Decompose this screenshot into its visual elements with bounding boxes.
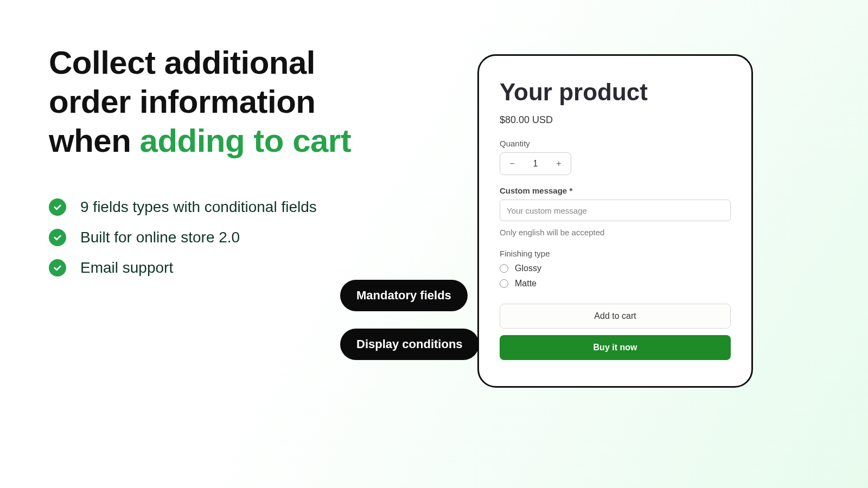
product-card: Your product $80.00 USD Quantity − 1 + C… [477,54,753,388]
headline: Collect additional order information whe… [49,43,396,160]
check-icon [49,229,66,246]
mandatory-fields-pill: Mandatory fields [340,280,468,311]
feature-text: Email support [80,259,173,277]
feature-list: 9 fields types with conditional fields B… [49,198,396,277]
headline-line3-prefix: when [49,123,140,159]
buy-now-button[interactable]: Buy it now [500,335,731,360]
finishing-option-matte[interactable]: Matte [500,279,731,288]
custom-message-hint: Only english will be accepted [500,228,731,237]
quantity-stepper[interactable]: − 1 + [500,152,571,175]
finishing-option-glossy[interactable]: Glossy [500,264,731,273]
headline-accent: adding to cart [140,123,352,159]
minus-icon[interactable]: − [507,159,518,169]
hero-left: Collect additional order information whe… [49,43,396,277]
display-conditions-pill: Display conditions [340,329,479,360]
check-icon [49,198,66,216]
product-title: Your product [500,79,731,106]
check-icon [49,259,66,277]
finishing-label: Finishing type [500,249,731,258]
quantity-value: 1 [518,159,553,169]
custom-message-label: Custom message * [500,186,731,195]
quantity-label: Quantity [500,139,731,148]
feature-item: Built for online store 2.0 [49,229,396,246]
feature-text: 9 fields types with conditional fields [80,198,317,216]
add-to-cart-button[interactable]: Add to cart [500,304,731,329]
plus-icon[interactable]: + [553,159,564,169]
finishing-options: Glossy Matte [500,264,731,288]
finishing-option-label: Glossy [515,264,541,273]
radio-icon [500,279,508,288]
radio-icon [500,264,508,273]
product-price: $80.00 USD [500,114,731,126]
custom-message-input[interactable] [500,200,731,221]
finishing-option-label: Matte [515,279,537,288]
feature-item: Email support [49,259,396,277]
headline-line2: order information [49,84,316,120]
headline-line1: Collect additional [49,44,315,81]
feature-text: Built for online store 2.0 [80,229,240,246]
feature-item: 9 fields types with conditional fields [49,198,396,216]
